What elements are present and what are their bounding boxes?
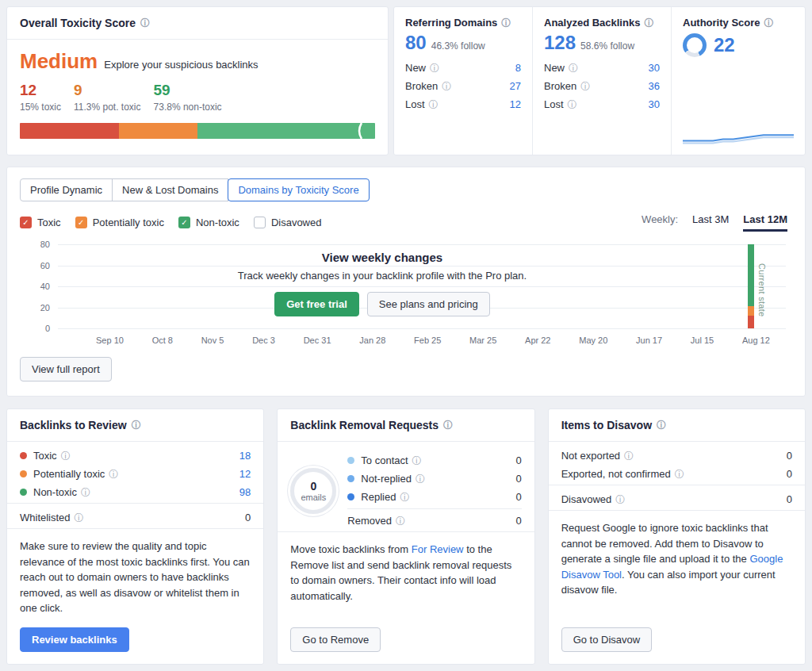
x-tick: Apr 22 (525, 336, 550, 345)
info-icon[interactable] (396, 516, 405, 526)
backlink-audit-dashboard: Overall Toxicity Score Medium Explore yo… (0, 0, 812, 671)
x-tick: Jul 15 (691, 336, 714, 345)
info-icon[interactable] (81, 488, 90, 497)
info-icon[interactable] (132, 420, 141, 430)
checkbox-disavowed-icon[interactable] (254, 217, 266, 228)
checkbox-potentially-toxic-icon[interactable] (75, 217, 87, 228)
x-tick: Jun 17 (636, 336, 662, 345)
get-free-trial-button[interactable]: Get free trial (274, 292, 359, 316)
info-icon[interactable] (644, 18, 653, 28)
x-tick: Feb 25 (414, 336, 441, 345)
info-icon[interactable] (61, 451, 71, 461)
range-controls: Weekly: Last 3M Last 12M (642, 213, 792, 232)
info-icon[interactable] (429, 100, 439, 109)
metric-value[interactable]: 30 (649, 98, 660, 110)
legend-toxic[interactable]: Toxic (20, 217, 61, 228)
toxicity-distribution-bar (20, 123, 375, 139)
review-backlinks-button[interactable]: Review backlinks (20, 627, 129, 652)
row-value[interactable]: 18 (239, 450, 251, 462)
legend-disavowed[interactable]: Disavowed (254, 217, 322, 228)
removal-row-removed: Removed 0 (347, 512, 521, 530)
info-icon[interactable] (442, 82, 451, 91)
toxic-percent: 15% toxic (20, 102, 61, 113)
x-tick: Dec 31 (304, 336, 331, 345)
info-icon[interactable] (416, 474, 425, 484)
checkbox-toxic-icon[interactable] (20, 217, 32, 228)
referring-domains-value: 80 (405, 32, 427, 54)
info-icon[interactable] (615, 495, 625, 504)
tab-new-lost-domains[interactable]: New & Lost Domains (112, 178, 228, 201)
legend-label: Non-toxic (196, 217, 239, 228)
info-icon[interactable] (657, 420, 666, 430)
info-icon[interactable] (764, 18, 774, 28)
not-replied-dot-icon (347, 475, 354, 482)
top-summary-row: Overall Toxicity Score Medium Explore yo… (6, 6, 806, 155)
metric-value[interactable]: 12 (510, 98, 521, 110)
overlay-text: Track weekly changes in your backlink pr… (238, 270, 527, 282)
range-last-12m[interactable]: Last 12M (743, 213, 787, 232)
description-text: Move toxic backlinks from (290, 543, 411, 555)
removal-description: Move toxic backlinks from For Review to … (278, 532, 534, 604)
backlink-removal-requests-card: Backlink Removal Requests 0 emails To co… (277, 408, 534, 665)
go-to-disavow-button[interactable]: Go to Disavow (561, 627, 653, 652)
range-last-3m[interactable]: Last 3M (692, 213, 729, 232)
x-tick: May 20 (579, 336, 607, 345)
info-icon[interactable] (568, 100, 577, 109)
current-state-segment (748, 244, 754, 306)
disavow-description: Request Google to ignore toxic backlinks… (549, 511, 805, 598)
authority-score-column: Authority Score 22 (671, 7, 805, 155)
metric-row: Lost 12 (405, 95, 521, 113)
toxic-dot-icon (20, 452, 27, 459)
emails-count: 0 (310, 480, 316, 493)
checkbox-non-toxic-icon[interactable] (178, 217, 190, 228)
metric-label: Broken (405, 80, 438, 92)
for-review-link[interactable]: For Review (412, 543, 464, 555)
bottom-cards-row: Backlinks to Review Toxic 18 Potentially… (6, 408, 806, 665)
tab-domains-by-toxicity[interactable]: Domains by Toxicity Score (228, 178, 369, 201)
metric-value[interactable]: 36 (649, 80, 660, 92)
info-icon[interactable] (109, 470, 118, 479)
metric-label: Lost (544, 98, 564, 110)
review-row-whitelisted: Whitelisted 0 (20, 508, 251, 527)
toxic-stat: 12 15% toxic (20, 82, 61, 113)
info-icon[interactable] (430, 63, 439, 73)
potentially-toxic-percent: 11.3% pot. toxic (74, 102, 141, 113)
row-value[interactable]: 12 (239, 468, 251, 480)
info-icon[interactable] (624, 451, 634, 461)
info-icon[interactable] (75, 513, 84, 523)
overall-toxicity-title: Overall Toxicity Score (20, 17, 136, 29)
see-plans-button[interactable]: See plans and pricing (367, 292, 490, 316)
legend-label: Disavowed (271, 217, 322, 228)
metric-value[interactable]: 8 (515, 62, 521, 74)
info-icon[interactable] (580, 82, 590, 91)
metric-label: New (544, 62, 565, 74)
metrics-card: Referring Domains 80 46.3% follow New 8 … (393, 6, 806, 155)
view-full-report-button[interactable]: View full report (20, 357, 112, 382)
weekly-chart-plot: 80 60 40 20 0 Current state View weekly … (20, 244, 792, 328)
info-icon[interactable] (400, 493, 409, 502)
non-toxic-percent: 73.8% non-toxic (154, 102, 222, 113)
current-state-label: Current state (757, 263, 767, 316)
info-icon[interactable] (675, 470, 684, 479)
go-to-remove-button[interactable]: Go to Remove (290, 627, 381, 652)
tab-profile-dynamic[interactable]: Profile Dynamic (20, 178, 113, 201)
info-icon[interactable] (412, 456, 422, 466)
overall-toxicity-header: Overall Toxicity Score (7, 7, 388, 40)
legend-potentially-toxic[interactable]: Potentially toxic (75, 217, 164, 228)
x-tick: Sep 10 (96, 336, 124, 345)
potentially-toxic-count: 9 (74, 82, 141, 99)
legend-non-toxic[interactable]: Non-toxic (178, 217, 239, 228)
removal-row-to-contact: To contact 0 (347, 451, 521, 470)
toxicity-bar-segment (20, 123, 119, 139)
current-state-segment (748, 316, 754, 328)
info-icon[interactable] (443, 420, 453, 430)
info-icon[interactable] (140, 18, 150, 28)
toxicity-bar-segment (197, 123, 375, 139)
metric-value[interactable]: 27 (510, 80, 521, 92)
row-label: Not exported (561, 450, 620, 462)
row-value[interactable]: 98 (239, 486, 251, 498)
info-icon[interactable] (501, 18, 511, 28)
info-icon[interactable] (569, 63, 578, 73)
metric-value[interactable]: 30 (649, 62, 660, 74)
row-label: Potentially toxic (33, 468, 105, 480)
